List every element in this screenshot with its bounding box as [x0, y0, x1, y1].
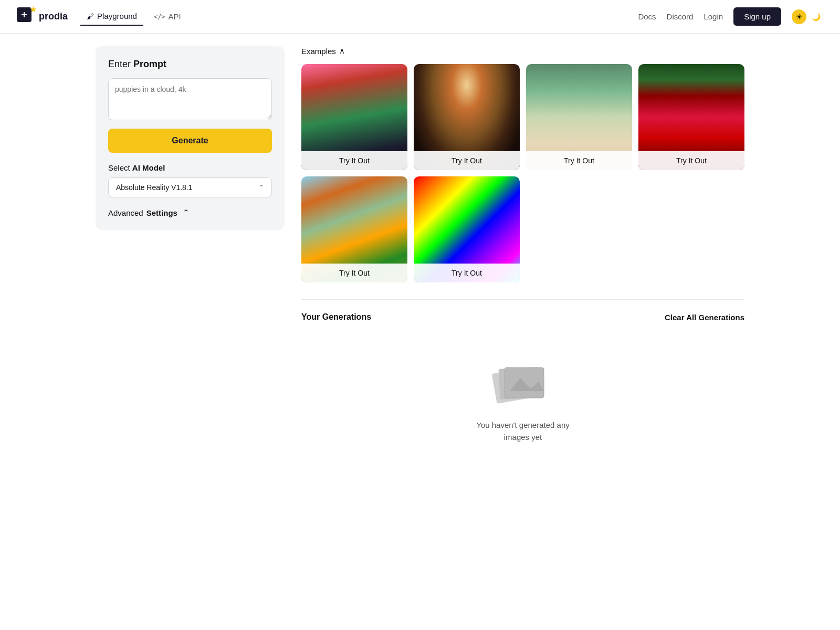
example-card-3[interactable]: Try It Out — [526, 64, 632, 170]
examples-grid-row2: Try It Out Try It Out — [301, 176, 744, 282]
main-nav: 🖌 Playground </> API — [80, 7, 187, 26]
advanced-chevron-icon: ⌃ — [183, 208, 190, 217]
api-icon: </> — [154, 13, 165, 20]
sidebar: Enter Prompt Generate Select AI Model Ab… — [96, 46, 285, 230]
example-card-2[interactable]: Try It Out — [414, 64, 520, 170]
clear-generations-button[interactable]: Clear All Generations — [665, 313, 744, 322]
examples-grid-row1: Try It Out Try It Out Try It Out Try It … — [301, 64, 744, 170]
separator — [301, 299, 744, 300]
try-it-out-2[interactable]: Try It Out — [414, 151, 520, 170]
examples-header[interactable]: Examples ∧ — [301, 46, 744, 56]
signup-button[interactable]: Sign up — [733, 7, 781, 26]
try-it-out-6[interactable]: Try It Out — [414, 264, 520, 282]
content-area: Examples ∧ Try It Out Try It Out — [301, 46, 744, 464]
advanced-settings-toggle[interactable]: Advanced Settings ⌃ — [108, 208, 272, 217]
header-right: Docs Discord Login Sign up ☀ 🌙 — [638, 7, 823, 26]
generations-title: Your Generations — [301, 312, 371, 322]
empty-icon — [491, 360, 554, 409]
nav-playground[interactable]: 🖌 Playground — [80, 7, 143, 26]
login-link[interactable]: Login — [704, 12, 723, 21]
example-empty-1 — [526, 176, 632, 282]
empty-photos-icon — [491, 360, 554, 407]
logo-star: ★ — [30, 5, 37, 14]
logo-svg — [19, 10, 29, 19]
example-card-5[interactable]: Try It Out — [301, 176, 407, 282]
model-selector[interactable]: Absolute Reality V1.8.1 ⌃ — [108, 177, 272, 197]
empty-text: You haven't generated any images yet — [476, 419, 569, 443]
header: ★ prodia 🖌 Playground </> API Docs Disco… — [0, 0, 840, 34]
try-it-out-3[interactable]: Try It Out — [526, 151, 632, 170]
empty-state: You haven't generated any images yet — [301, 339, 744, 464]
prompt-input[interactable] — [108, 78, 272, 120]
nav-api[interactable]: </> API — [148, 8, 187, 25]
main-content: Enter Prompt Generate Select AI Model Ab… — [79, 34, 761, 477]
logo-text: prodia — [39, 11, 68, 22]
docs-link[interactable]: Docs — [638, 12, 656, 21]
generations-header: Your Generations Clear All Generations — [301, 312, 744, 322]
logo: ★ prodia — [17, 7, 68, 26]
example-card-6[interactable]: Try It Out — [414, 176, 520, 282]
generate-button[interactable]: Generate — [108, 129, 272, 153]
try-it-out-4[interactable]: Try It Out — [638, 151, 744, 170]
example-empty-2 — [638, 176, 744, 282]
dark-theme-button[interactable]: 🌙 — [808, 9, 823, 24]
example-card-4[interactable]: Try It Out — [638, 64, 744, 170]
theme-toggle: ☀ 🌙 — [792, 9, 823, 24]
header-left: ★ prodia 🖌 Playground </> API — [17, 7, 187, 26]
prompt-title: Enter Prompt — [108, 59, 272, 70]
try-it-out-1[interactable]: Try It Out — [301, 151, 407, 170]
logo-icon: ★ — [17, 7, 36, 26]
logo-box — [17, 7, 32, 22]
try-it-out-5[interactable]: Try It Out — [301, 264, 407, 282]
light-theme-button[interactable]: ☀ — [792, 9, 806, 24]
chevron-up-icon: ⌃ — [259, 184, 264, 191]
examples-toggle-icon: ∧ — [339, 46, 345, 56]
example-card-1[interactable]: Try It Out — [301, 64, 407, 170]
discord-link[interactable]: Discord — [667, 12, 694, 21]
model-label: Select AI Model — [108, 163, 272, 172]
playground-icon: 🖌 — [87, 12, 94, 20]
